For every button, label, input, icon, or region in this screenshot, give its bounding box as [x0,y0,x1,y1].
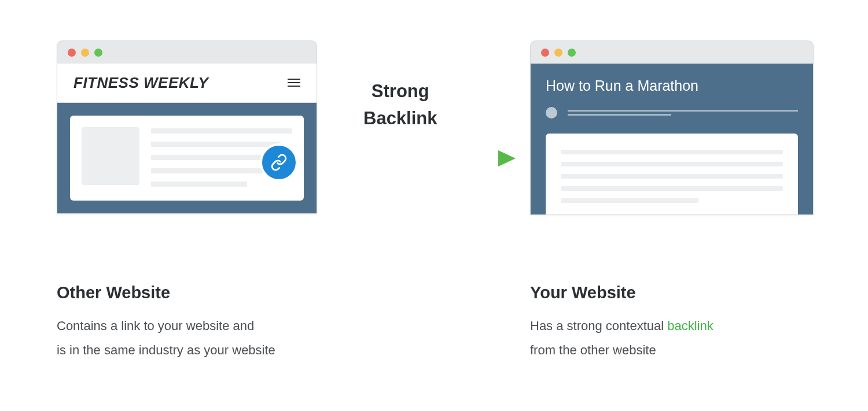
site-header: FITNESS WEEKLY [57,64,317,103]
desc-title: Your Website [530,283,819,302]
text-line [561,186,783,191]
other-website-window: FITNESS WEEKLY [57,40,317,214]
play-icon [546,107,557,119]
desc-highlight: backlink [667,319,713,333]
text-line [151,182,247,187]
desc-prefix: Has a strong contextual [530,319,667,333]
desc-body: Contains a link to your website and is i… [57,314,346,362]
browser-titlebar [530,40,814,64]
site-body: How to Run a Marathon [530,64,814,215]
close-icon [541,49,549,57]
site-title: FITNESS WEEKLY [73,74,208,92]
text-line [151,142,281,147]
svg-marker-4 [498,150,516,166]
arrow-label-line1: Strong [363,78,437,105]
other-website-description: Other Website Contains a link to your we… [57,283,346,362]
article-thumbnail [82,127,139,185]
your-website-window: How to Run a Marathon [530,40,814,215]
maximize-icon [568,49,576,57]
media-controls [546,107,798,119]
desc-line2: from the other website [530,343,656,357]
article-content [546,134,798,214]
minimize-icon [81,49,89,57]
desc-body: Has a strong contextual backlink from th… [530,314,819,362]
text-line [561,198,698,203]
arrow-label: Strong Backlink [363,78,437,132]
close-icon [68,49,76,57]
browser-titlebar [57,40,317,64]
progress-line [568,110,798,112]
your-website-description: Your Website Has a strong contextual bac… [530,283,819,362]
text-line [561,174,783,179]
desc-line2: is in the same industry as your website [57,343,275,357]
hamburger-icon [288,76,300,91]
arrow-icon [270,147,516,170]
backlink-diagram: FITNESS WEEKLY [0,0,868,411]
text-line [151,128,292,134]
minimize-icon [554,49,562,57]
arrow-label-line2: Backlink [363,105,437,132]
progress-line [568,114,671,116]
article-card [70,116,304,201]
maximize-icon [94,49,102,57]
text-line [561,162,783,166]
article-title: How to Run a Marathon [546,77,798,94]
text-line [561,150,783,154]
desc-line1: Contains a link to your website and [57,319,254,333]
desc-title: Other Website [57,283,346,302]
progress-bar [568,110,798,116]
